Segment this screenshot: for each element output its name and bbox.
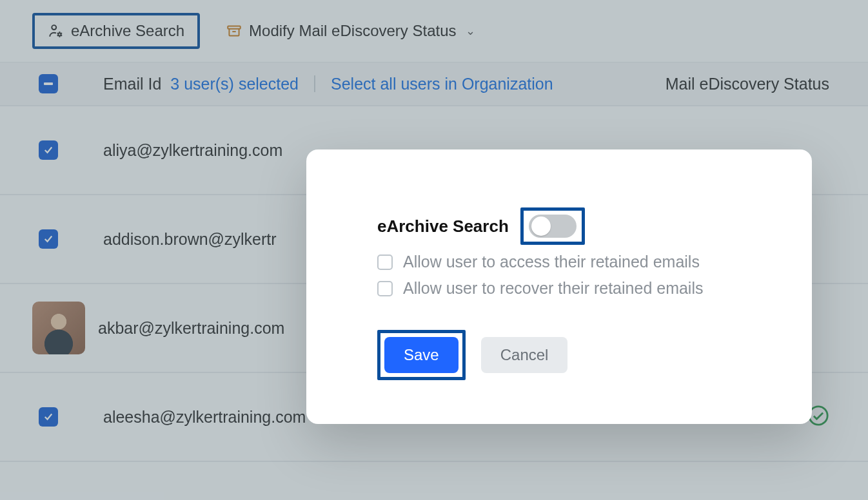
cancel-button[interactable]: Cancel — [481, 337, 568, 373]
earchive-modal: eArchive Search Allow user to access the… — [306, 149, 812, 424]
modal-title: eArchive Search — [377, 216, 509, 236]
option-recover-row[interactable]: Allow user to recover their retained ema… — [377, 279, 741, 298]
earchive-toggle[interactable] — [529, 215, 577, 238]
checkbox-recover[interactable] — [377, 281, 393, 296]
modal-actions: Save Cancel — [377, 330, 741, 380]
toggle-knob — [531, 216, 551, 236]
option-access-row[interactable]: Allow user to access their retained emai… — [377, 253, 741, 271]
option-recover-label: Allow user to recover their retained ema… — [403, 279, 703, 298]
highlight-box — [520, 207, 585, 245]
option-access-label: Allow user to access their retained emai… — [403, 253, 700, 271]
app-root: eArchive Search Modify Mail eDiscovery S… — [0, 0, 868, 500]
highlight-box: Save — [377, 330, 466, 380]
checkbox-access[interactable] — [377, 255, 393, 270]
save-button[interactable]: Save — [384, 337, 459, 373]
